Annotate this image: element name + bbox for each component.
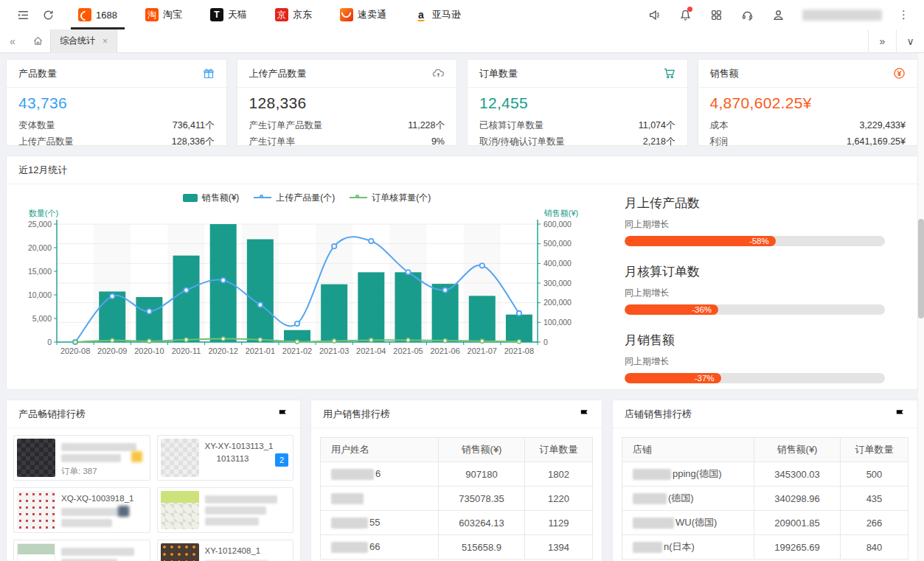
chart-legend: 销售额(¥)上传产品量(个)订单核算量(个) <box>11 189 602 206</box>
marketplace-tab-jd[interactable]: 京 京东 <box>268 0 319 29</box>
tabs-scroll-left-icon[interactable]: « <box>0 35 25 47</box>
svg-text:2020-12: 2020-12 <box>209 346 238 355</box>
tabs-menu-icon[interactable]: ∨ <box>896 29 924 53</box>
svg-text:销售额(¥): 销售额(¥) <box>543 209 578 217</box>
marketplace-tab-amazon[interactable]: a 亚马逊 <box>407 0 468 29</box>
tab-label: 综合统计 <box>60 35 95 47</box>
shop-name: WU(德国) <box>675 517 717 528</box>
tabs-scroll-right-icon[interactable]: » <box>868 29 896 53</box>
growth-block-uploads: 月上传产品数 同上期增长 -58% <box>625 195 885 246</box>
home-icon[interactable] <box>25 29 50 53</box>
redacted-icon <box>118 506 129 517</box>
tab-comprehensive-statistics[interactable]: 综合统计 × <box>50 29 117 53</box>
monthly-chart: 05,00010,00015,00020,00025,0000100,00020… <box>11 206 602 367</box>
table-header-row: 店铺 销售额(¥) 订单数量 <box>622 438 909 462</box>
table-row: (德国) 340298.96 435 <box>622 487 909 511</box>
redacted-text <box>205 495 277 503</box>
growth-title: 月销售额 <box>625 332 885 349</box>
legend-item[interactable]: 订单核算量(个) <box>350 192 431 204</box>
shop-sales-table: 店铺 销售额(¥) 订单数量 pping(德国) 345300.03 500 (… <box>613 428 917 561</box>
legend-item[interactable]: 销售额(¥) <box>183 192 240 204</box>
product-sku: XY-1012408_1 <box>205 545 291 557</box>
stat-cards-row: 产品数量 43,736 变体数量736,411个 上传产品数量128,336个 … <box>6 59 918 146</box>
marketplace-label: 天猫 <box>228 8 247 21</box>
scrollbar-thumb[interactable] <box>918 219 924 318</box>
user-icon[interactable] <box>765 0 791 29</box>
gift-icon <box>203 68 215 80</box>
flag-icon <box>277 408 288 419</box>
product-card[interactable]: XY-1012408_1 <box>157 540 294 561</box>
product-card[interactable]: 订单: 387 <box>13 435 150 481</box>
product-sku: XY-XY-1013113_1 <box>205 440 291 453</box>
product-image <box>17 439 55 477</box>
redacted-name <box>331 518 368 529</box>
announcement-icon[interactable] <box>642 0 667 29</box>
svg-text:2020-08: 2020-08 <box>60 346 90 355</box>
page-scrollbar <box>918 53 924 561</box>
svg-text:25,000: 25,000 <box>28 220 52 229</box>
marketplace-label: 1688 <box>96 10 117 21</box>
product-card[interactable] <box>13 540 150 561</box>
marketplace-tab-taobao[interactable]: 淘 淘宝 <box>138 0 190 29</box>
progress-value: -36% <box>692 305 712 314</box>
tmall-logo-icon: T <box>210 8 223 21</box>
stat-row-label: 产生订单产品数量 <box>249 117 323 133</box>
1688-logo-icon <box>78 8 91 21</box>
svg-text:2021-02: 2021-02 <box>282 346 312 355</box>
svg-text:2021-01: 2021-01 <box>246 346 275 355</box>
apps-grid-icon[interactable] <box>704 0 729 29</box>
stat-row-label: 成本 <box>710 117 729 133</box>
marketplace-tab-1688[interactable]: 1688 <box>71 0 125 29</box>
svg-text:10,000: 10,000 <box>28 290 52 299</box>
table-row: WU(德国) 209001.85 266 <box>622 511 909 535</box>
panel-title: 用户销售排行榜 <box>323 408 390 421</box>
more-options-icon[interactable]: ⋮ <box>894 8 914 21</box>
svg-text:2020-09: 2020-09 <box>97 346 127 355</box>
product-card[interactable] <box>157 487 294 533</box>
progress-track: -58% <box>625 236 885 246</box>
svg-text:100,000: 100,000 <box>543 318 572 327</box>
stat-card-products: 产品数量 43,736 变体数量736,411个 上传产品数量128,336个 <box>6 59 227 146</box>
stat-row-label: 已核算订单数量 <box>479 117 544 133</box>
growth-label: 同上期增长 <box>625 287 885 299</box>
stat-card-sales: 销售额 4,870,602.25¥ 成本3,229,433¥ 利润1,641,1… <box>698 59 919 146</box>
stat-row-value: 11,074个 <box>639 117 675 133</box>
svg-text:2020-10: 2020-10 <box>134 346 164 355</box>
product-card[interactable]: XY-XY-1013113_1 1013113 2 <box>157 435 294 481</box>
svg-text:500,000: 500,000 <box>543 239 572 248</box>
svg-text:数量(个): 数量(个) <box>29 209 58 217</box>
col-header-orders: 订单数量 <box>525 438 593 462</box>
product-card[interactable]: XQ-XQ-1003918_1 <box>13 487 150 533</box>
user-name: 6 <box>375 468 381 479</box>
redacted-name <box>633 518 674 529</box>
stat-row-label: 上传产品数量 <box>18 133 74 150</box>
marketplace-tabs: 1688 淘 淘宝 T 天猫 京 京东 速卖通 a 亚马逊 <box>71 0 482 29</box>
order-count: 1129 <box>525 511 593 535</box>
toolbar-right-icons: ⋮ <box>642 0 914 29</box>
shop-sales-panel: 店铺销售排行榜 店铺 销售额(¥) 订单数量 pping(德国) 345300.… <box>612 400 918 561</box>
shop-name: (德国) <box>668 492 694 503</box>
stat-row-label: 产生订单率 <box>249 133 296 150</box>
page-tab-bar: « 综合统计 × » ∨ <box>0 29 924 53</box>
marketplace-tab-tmall[interactable]: T 天猫 <box>203 0 254 29</box>
marketplace-tab-aliexpress[interactable]: 速卖通 <box>333 0 394 29</box>
menu-fold-icon[interactable] <box>10 0 35 29</box>
user-sales-panel: 用户销售排行榜 用户姓名 销售额(¥) 订单数量 6 907180 1802 <box>310 400 602 561</box>
username-redacted[interactable] <box>802 10 882 21</box>
col-header-sales: 销售额(¥) <box>439 438 525 462</box>
top-toolbar: 1688 淘 淘宝 T 天猫 京 京东 速卖通 a 亚马逊 <box>0 0 924 29</box>
notifications-bell-icon[interactable] <box>673 0 698 29</box>
refresh-icon[interactable] <box>35 0 60 29</box>
sales-amount: 735078.35 <box>439 487 525 511</box>
tab-close-icon[interactable]: × <box>103 36 108 46</box>
svg-text:20,000: 20,000 <box>28 243 52 252</box>
redacted-name <box>331 493 364 504</box>
svg-text:200,000: 200,000 <box>543 298 572 307</box>
redacted-name <box>633 469 671 480</box>
customer-service-icon[interactable] <box>734 0 760 29</box>
redacted-name <box>331 542 368 553</box>
growth-title: 月上传产品数 <box>625 195 885 212</box>
aliexpress-logo-icon <box>340 8 353 21</box>
legend-item[interactable]: 上传产品量(个) <box>254 192 335 204</box>
svg-text:2021-05: 2021-05 <box>393 346 423 355</box>
